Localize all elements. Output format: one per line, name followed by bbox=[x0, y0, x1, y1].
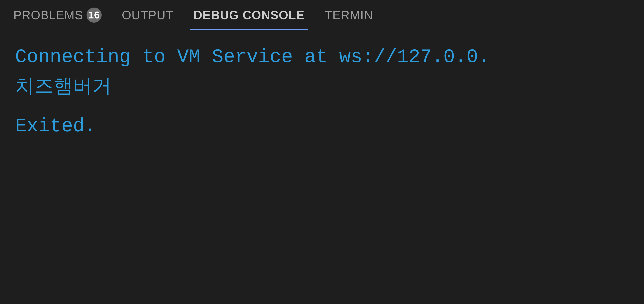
console-line-connecting: Connecting to VM Service at ws://127.0.0… bbox=[15, 44, 629, 71]
tab-problems-label: PROBLEMS bbox=[14, 8, 83, 22]
tab-debug-console-label: DEBUG CONSOLE bbox=[194, 8, 304, 22]
tab-bar: PROBLEMS 16 OUTPUT DEBUG CONSOLE TERMIN bbox=[0, 0, 644, 30]
tab-terminal-label: TERMIN bbox=[325, 8, 373, 22]
tab-problems[interactable]: PROBLEMS 16 bbox=[10, 0, 105, 30]
tab-debug-console[interactable]: DEBUG CONSOLE bbox=[190, 0, 308, 30]
tab-output-label: OUTPUT bbox=[122, 8, 174, 22]
panel-container: PROBLEMS 16 OUTPUT DEBUG CONSOLE TERMIN … bbox=[0, 0, 644, 304]
tab-problems-badge: 16 bbox=[86, 8, 102, 23]
tab-output[interactable]: OUTPUT bbox=[118, 0, 177, 30]
tab-terminal[interactable]: TERMIN bbox=[321, 0, 376, 30]
console-content: Connecting to VM Service at ws://127.0.0… bbox=[0, 30, 644, 304]
console-line-exited: Exited. bbox=[15, 113, 629, 140]
console-line-korean: 치즈햄버거 bbox=[15, 72, 629, 99]
